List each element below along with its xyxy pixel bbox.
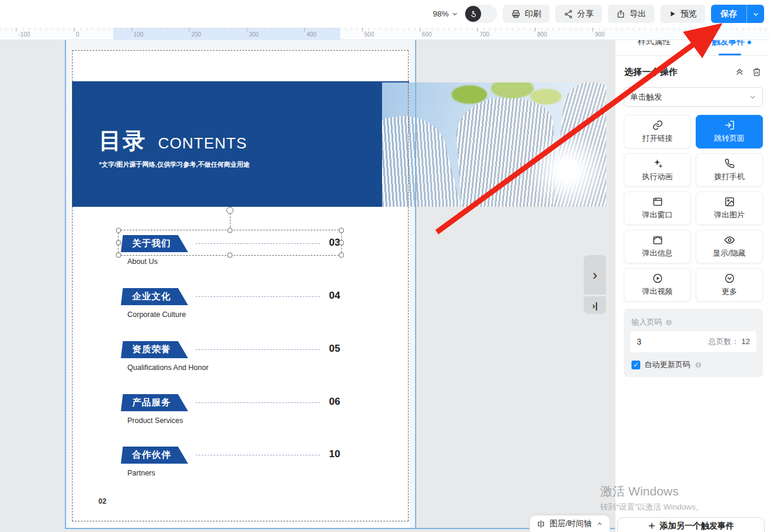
leaves-shape xyxy=(423,82,577,113)
slide-title-cn: 目录 xyxy=(99,126,146,156)
resize-handle-s[interactable] xyxy=(228,253,233,258)
share-button[interactable]: 分享 xyxy=(555,5,602,23)
eye-icon xyxy=(724,234,735,246)
layers-timeline-label: 图层/时间轴 xyxy=(549,518,591,529)
action-grid: 打开链接 跳转页面 执行动画 拨打手机 弹出窗口 弹出图片 弹出信息 显示/隐 xyxy=(624,115,763,302)
envelope-icon xyxy=(652,234,663,246)
action-popup-video[interactable]: 弹出视频 xyxy=(624,268,691,302)
section-title: 选择一个操作 xyxy=(624,67,728,78)
resize-handle-w[interactable] xyxy=(116,240,121,246)
action-popup-image[interactable]: 弹出图片 xyxy=(696,191,763,225)
tower-shape xyxy=(382,106,467,207)
preview-button[interactable]: 预览 xyxy=(660,5,705,23)
chevron-down-icon xyxy=(752,11,759,18)
last-page-button[interactable]: ›| xyxy=(584,296,606,314)
chevron-down-icon xyxy=(452,11,458,17)
trash-icon[interactable] xyxy=(752,67,762,77)
trigger-type-value: 单击触发 xyxy=(630,92,749,103)
collapse-icon xyxy=(596,520,603,527)
jump-page-icon xyxy=(724,120,735,131)
page-input-label: 输入页码 xyxy=(631,317,662,328)
toc-subtitle: Qualifications And Honor xyxy=(127,364,209,372)
plus-icon xyxy=(648,522,656,530)
touch-toggle-icon xyxy=(465,6,481,22)
action-label: 拨打手机 xyxy=(714,171,745,182)
action-run-animation[interactable]: 执行动画 xyxy=(624,153,691,187)
action-label: 跳转页面 xyxy=(714,133,745,144)
toc-dashed-line xyxy=(196,243,320,244)
toc-dashed-line xyxy=(196,402,320,403)
share-label: 分享 xyxy=(577,9,594,19)
slide-title-en: CONTENTS xyxy=(158,134,247,153)
resize-handle-nw[interactable] xyxy=(116,228,121,233)
info-icon xyxy=(695,361,702,369)
action-show-hide[interactable]: 显示/隐藏 xyxy=(696,230,763,263)
auto-update-checkbox-row[interactable]: ✓ 自动更新页码 xyxy=(631,359,702,370)
toc-dashed-line xyxy=(196,455,320,455)
slide-title[interactable]: 目录 CONTENTS xyxy=(99,126,247,156)
share-icon xyxy=(564,9,573,19)
checkbox-checked-icon[interactable]: ✓ xyxy=(631,361,640,369)
trigger-type-select[interactable]: 单击触发 xyxy=(624,87,763,107)
preview-label: 预览 xyxy=(680,9,697,19)
editor-canvas[interactable]: 目录 CONTENTS *文字/图片源于网络,仅供学习参考,不做任何商业用途 关… xyxy=(0,40,615,532)
action-label: 弹出窗口 xyxy=(642,210,673,220)
total-pages: 总页数：12 xyxy=(709,336,750,347)
play-circle-icon xyxy=(652,273,663,284)
toc-page-number: 04 xyxy=(329,290,340,302)
resize-handle-sw[interactable] xyxy=(116,253,121,258)
action-popup-message[interactable]: 弹出信息 xyxy=(624,230,691,263)
auto-update-label: 自动更新页码 xyxy=(644,359,690,370)
properties-panel: 样式属性 触发事件 选择一个操作 单击触发 打开链接 跳转页面 执行动画 xyxy=(615,28,770,532)
toc-subtitle: Product Services xyxy=(127,417,183,425)
toc-flag[interactable]: 产品服务 xyxy=(121,394,188,411)
save-button-group: 保存 xyxy=(711,5,764,23)
active-tab-underline xyxy=(718,54,741,56)
phone-icon xyxy=(724,158,735,169)
sun-flare xyxy=(524,136,606,206)
add-trigger-event-button[interactable]: 添加另一个触发事件 xyxy=(617,517,765,532)
action-jump-page[interactable]: 跳转页面 xyxy=(696,115,763,148)
toc-subtitle: About Us xyxy=(127,257,157,266)
canvas-guide-left xyxy=(65,40,66,528)
toc-flag[interactable]: 关于我们 xyxy=(121,235,188,252)
action-more[interactable]: 更多 xyxy=(696,268,763,302)
action-label: 执行动画 xyxy=(642,171,673,182)
toc-flag[interactable]: 合作伙伴 xyxy=(121,447,188,464)
action-label: 显示/隐藏 xyxy=(713,248,746,259)
print-button[interactable]: 印刷 xyxy=(503,5,549,23)
top-toolbar: 98% 印刷 分享 导出 预览 保存 xyxy=(0,0,770,28)
zoom-level-control[interactable]: 98% xyxy=(433,9,458,18)
layers-timeline-button[interactable]: 图层/时间轴 xyxy=(529,515,610,532)
info-icon xyxy=(665,319,673,326)
toc-flag[interactable]: 企业文化 xyxy=(121,288,188,305)
touch-mode-toggle[interactable] xyxy=(464,5,497,23)
collapse-icon[interactable] xyxy=(735,67,745,77)
link-icon xyxy=(652,120,663,131)
action-call-phone[interactable]: 拨打手机 xyxy=(696,153,763,187)
action-label: 弹出信息 xyxy=(642,248,673,259)
action-popup-window[interactable]: 弹出窗口 xyxy=(624,191,691,225)
resize-handle-n[interactable] xyxy=(228,228,233,233)
save-button[interactable]: 保存 xyxy=(711,5,746,23)
resize-handle-e[interactable] xyxy=(339,240,344,246)
resize-handle-se[interactable] xyxy=(339,253,344,258)
toc-flag[interactable]: 资质荣誉 xyxy=(121,341,188,358)
toc-page-number: 05 xyxy=(329,343,340,355)
rotation-handle[interactable] xyxy=(226,207,233,214)
page-number-input[interactable] xyxy=(637,337,690,346)
action-label: 弹出视频 xyxy=(642,286,673,297)
sparkle-icon xyxy=(652,158,663,169)
image-icon xyxy=(724,196,735,207)
page-number-input-wrap: 总页数：12 xyxy=(630,331,756,352)
slide-disclaimer[interactable]: *文字/图片源于网络,仅供学习参考,不做任何商业用途 xyxy=(99,160,249,169)
toc-dashed-line xyxy=(196,349,320,350)
toc-dashed-line xyxy=(196,296,320,297)
resize-handle-ne[interactable] xyxy=(339,228,344,233)
ruler-minor-ticks xyxy=(0,28,770,31)
action-open-link[interactable]: 打开链接 xyxy=(624,115,691,148)
export-button[interactable]: 导出 xyxy=(608,5,654,23)
chevron-down-icon xyxy=(749,93,756,101)
save-dropdown-button[interactable] xyxy=(746,5,764,23)
next-page-button[interactable]: › xyxy=(584,255,606,295)
